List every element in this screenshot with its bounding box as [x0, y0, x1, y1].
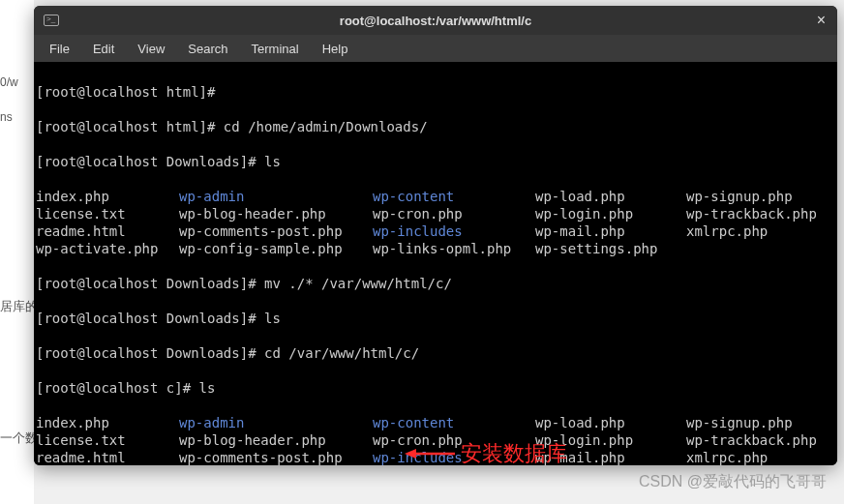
ls-file: xmlrpc.php: [686, 222, 768, 240]
ls-file: license.txt: [36, 205, 179, 222]
ls-file: wp-includes: [373, 449, 535, 465]
terminal-output[interactable]: [root@localhost html]# [root@localhost h…: [34, 62, 837, 465]
ls-file: wp-blog-header.php: [179, 431, 373, 449]
ls-row: readme.htmlwp-comments-post.phpwp-includ…: [36, 222, 835, 240]
prompt-line: [root@localhost Downloads]# ls: [36, 310, 835, 327]
ls-file: wp-load.php: [535, 188, 686, 205]
background-page-fragments: 0/w ns 居库的 一个数: [0, 0, 34, 504]
ls-file: wp-links-opml.php: [373, 240, 535, 257]
ls-file: wp-includes: [373, 222, 535, 240]
ls-file: index.php: [36, 414, 179, 431]
ls-file: wp-mail.php: [535, 222, 686, 240]
ls-row: index.phpwp-adminwp-contentwp-load.phpwp…: [36, 188, 835, 205]
ls-file: readme.html: [36, 449, 179, 465]
prompt-line: [root@localhost c]# ls: [36, 379, 835, 397]
ls-row: license.txtwp-blog-header.phpwp-cron.php…: [36, 431, 835, 449]
ls-file: wp-cron.php: [373, 431, 535, 449]
ls-file: wp-trackback.php: [686, 431, 817, 449]
menu-view[interactable]: View: [128, 39, 174, 59]
terminal-icon: [44, 15, 59, 26]
watermark: CSDN @爱敲代码的飞哥哥: [639, 472, 827, 492]
ls-file: wp-comments-post.php: [179, 449, 373, 465]
ls-file: license.txt: [36, 431, 179, 449]
ls-file: wp-admin: [179, 414, 373, 431]
menu-terminal[interactable]: Terminal: [242, 39, 309, 59]
window-title: root@localhost:/var/www/html/c: [340, 14, 531, 28]
ls-file: wp-cron.php: [373, 205, 535, 222]
ls-file: wp-login.php: [535, 205, 686, 222]
ls-file: wp-admin: [179, 188, 373, 205]
ls-block-2: index.phpwp-adminwp-contentwp-load.phpwp…: [36, 414, 835, 465]
ls-row: wp-activate.phpwp-config-sample.phpwp-li…: [36, 240, 835, 257]
ls-file: wp-signup.php: [686, 188, 793, 205]
ls-file: wp-activate.php: [36, 240, 179, 257]
ls-file: wp-content: [373, 414, 535, 431]
menu-search[interactable]: Search: [178, 39, 237, 59]
window-titlebar: root@localhost:/var/www/html/c ×: [34, 6, 837, 35]
ls-file: wp-blog-header.php: [179, 205, 373, 222]
ls-file: wp-content: [373, 188, 535, 205]
prompt-line: [root@localhost Downloads]# cd /var/www/…: [36, 344, 835, 362]
ls-file: wp-trackback.php: [686, 205, 817, 222]
ls-file: xmlrpc.php: [686, 449, 768, 465]
menubar: File Edit View Search Terminal Help: [34, 35, 837, 62]
terminal-window: root@localhost:/var/www/html/c × File Ed…: [34, 6, 837, 465]
ls-row: license.txtwp-blog-header.phpwp-cron.php…: [36, 205, 835, 222]
prompt-line: [root@localhost Downloads]# ls: [36, 153, 835, 170]
ls-file: wp-load.php: [535, 414, 686, 431]
close-icon[interactable]: ×: [817, 12, 826, 29]
menu-edit[interactable]: Edit: [83, 39, 124, 59]
prompt-line: [root@localhost html]# cd /home/admin/Do…: [36, 118, 835, 135]
ls-file: wp-settings.php: [535, 240, 686, 257]
menu-help[interactable]: Help: [313, 39, 358, 59]
menu-file[interactable]: File: [40, 39, 79, 59]
ls-file: wp-mail.php: [535, 449, 686, 465]
prompt-line: [root@localhost Downloads]# mv ./* /var/…: [36, 275, 835, 292]
ls-file: index.php: [36, 188, 179, 205]
ls-file: wp-signup.php: [686, 414, 793, 431]
ls-block-1: index.phpwp-adminwp-contentwp-load.phpwp…: [36, 188, 835, 257]
ls-file: wp-login.php: [535, 431, 686, 449]
ls-row: readme.htmlwp-comments-post.phpwp-includ…: [36, 449, 835, 465]
ls-file: readme.html: [36, 222, 179, 240]
prompt-line: [root@localhost html]#: [36, 83, 835, 101]
ls-file: wp-comments-post.php: [179, 222, 373, 240]
ls-row: index.phpwp-adminwp-contentwp-load.phpwp…: [36, 414, 835, 431]
ls-file: wp-config-sample.php: [179, 240, 373, 257]
